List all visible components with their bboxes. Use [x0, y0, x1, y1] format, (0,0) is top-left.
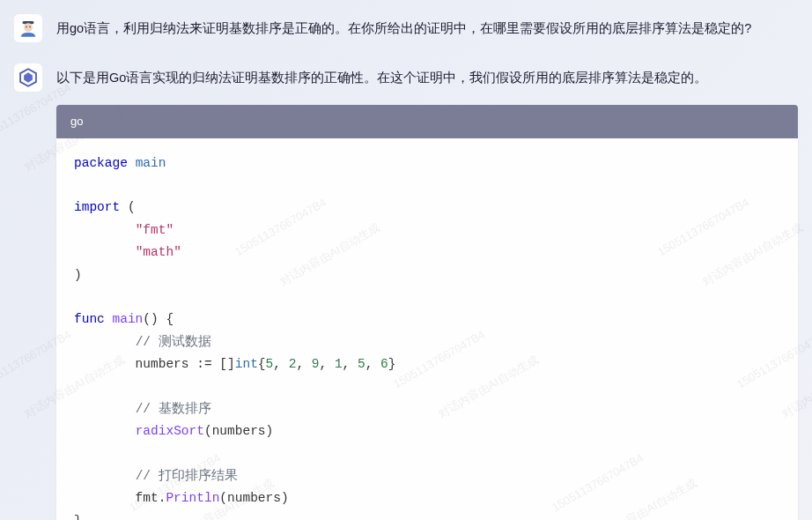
code-token: }	[74, 514, 82, 520]
user-message-row: 用go语言，利用归纳法来证明基数排序是正确的。在你所给出的证明中，在哪里需要假设…	[14, 14, 798, 42]
user-message-text: 用go语言，利用归纳法来证明基数排序是正确的。在你所给出的证明中，在哪里需要假设…	[56, 21, 751, 35]
code-token: numbers	[227, 491, 281, 505]
code-token: 5	[266, 357, 274, 371]
code-token: )	[281, 491, 289, 505]
code-token: (	[219, 491, 227, 505]
code-token: // 基数排序	[136, 402, 211, 416]
code-token: ,	[343, 357, 358, 371]
code-token: (	[128, 200, 136, 214]
code-token: 6	[380, 357, 388, 371]
code-token: [	[219, 357, 227, 371]
code-body[interactable]: package main import ( "fmt" "math" ) fun…	[56, 138, 798, 520]
code-token: )	[74, 268, 82, 282]
code-token	[74, 223, 136, 237]
chat-container: 用go语言，利用归纳法来证明基数排序是正确的。在你所给出的证明中，在哪里需要假设…	[0, 0, 812, 520]
code-token: {	[258, 357, 266, 371]
user-avatar	[14, 14, 42, 42]
code-token: fmt.	[74, 491, 166, 505]
code-token: Println	[166, 491, 219, 505]
code-token: ,	[296, 357, 311, 371]
assistant-message-row: 以下是用Go语言实现的归纳法证明基数排序的正确性。在这个证明中，我们假设所用的底…	[14, 63, 798, 520]
code-token	[74, 424, 136, 438]
code-block: go package main import ( "fmt" "math" ) …	[56, 105, 798, 520]
svg-point-1	[24, 23, 33, 32]
code-token	[74, 245, 136, 259]
assistant-avatar-icon	[17, 66, 40, 89]
svg-point-2	[26, 26, 27, 28]
code-token: :=	[196, 357, 219, 371]
code-token: 1	[335, 357, 343, 371]
code-token	[105, 312, 113, 326]
code-token	[74, 335, 136, 349]
code-token	[120, 200, 128, 214]
user-avatar-icon	[17, 17, 40, 40]
code-token: radixSort	[136, 424, 204, 438]
code-language-label: go	[56, 105, 798, 138]
code-token: main	[113, 312, 144, 326]
code-token: int	[235, 357, 258, 371]
code-token: ]	[227, 357, 235, 371]
assistant-avatar	[14, 63, 42, 92]
code-token	[74, 402, 136, 416]
code-token: (	[204, 424, 212, 438]
svg-point-3	[29, 26, 31, 28]
code-token	[128, 156, 136, 170]
code-token: func	[74, 312, 105, 326]
code-token: package	[74, 156, 128, 170]
code-token	[74, 469, 136, 483]
code-token: ,	[365, 357, 380, 371]
code-token: ()	[143, 312, 158, 326]
user-message-content: 用go语言，利用归纳法来证明基数排序是正确的。在你所给出的证明中，在哪里需要假设…	[56, 14, 798, 40]
assistant-message-content: 以下是用Go语言实现的归纳法证明基数排序的正确性。在这个证明中，我们假设所用的底…	[56, 63, 798, 520]
svg-marker-5	[24, 72, 33, 82]
code-token: 5	[358, 357, 365, 371]
code-token: import	[74, 200, 120, 214]
code-token: "math"	[136, 245, 181, 259]
code-token: numbers	[212, 424, 266, 438]
assistant-intro-text: 以下是用Go语言实现的归纳法证明基数排序的正确性。在这个证明中，我们假设所用的底…	[56, 67, 798, 89]
code-token: // 打印排序结果	[136, 469, 238, 483]
code-token: // 测试数据	[136, 335, 211, 349]
code-token: ,	[319, 357, 334, 371]
code-token: numbers	[74, 357, 196, 371]
code-token: "fmt"	[136, 223, 174, 237]
code-token: )	[266, 424, 274, 438]
code-token: main	[136, 156, 166, 170]
code-token: }	[388, 357, 396, 371]
code-token: {	[166, 312, 173, 326]
code-token: ,	[273, 357, 288, 371]
